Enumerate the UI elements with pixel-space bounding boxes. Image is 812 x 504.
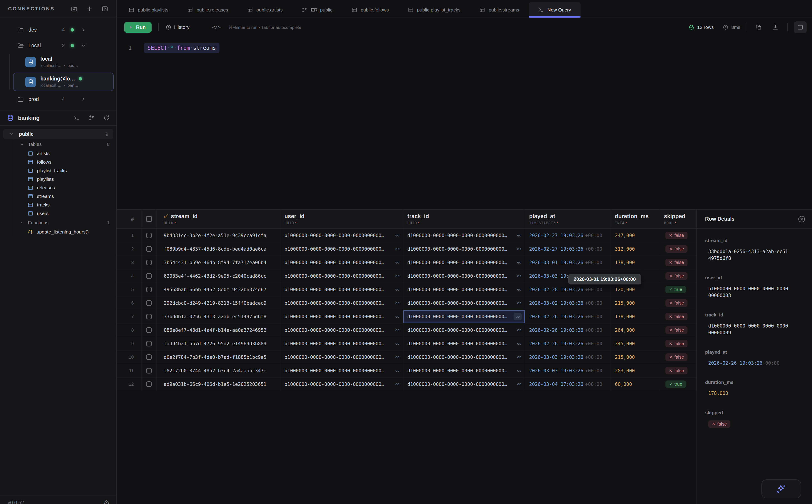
cell-user-id[interactable]: b1000000-0000-0000-0000-0000000000… — [280, 229, 403, 242]
row-number[interactable]: 11 — [117, 364, 142, 377]
cell-track-id[interactable]: d1000000-0000-0000-0000-0000000000… — [403, 337, 525, 350]
cell-stream-id[interactable]: 9b4331cc-3b2e-4f2e-a51e-9c39cca91cfa — [156, 229, 280, 242]
link-icon[interactable] — [395, 341, 400, 346]
sidebar-table-follows[interactable]: follows — [0, 158, 116, 166]
link-icon[interactable] — [517, 382, 522, 387]
cell-track-id[interactable]: d1000000-0000-0000-0000-0000000000… — [403, 269, 525, 283]
row-number[interactable]: 2 — [117, 242, 142, 256]
cell-user-id[interactable]: b1000000-0000-0000-0000-0000000000… — [280, 269, 403, 283]
cell-duration-ms[interactable]: 215,000 — [611, 351, 660, 364]
cell-duration-ms[interactable]: 312,000 — [611, 242, 660, 256]
sidebar-table-artists[interactable]: artists — [0, 149, 116, 158]
link-icon[interactable] — [517, 287, 522, 292]
gear-icon[interactable]: ⚙ — [103, 499, 110, 504]
row-checkbox[interactable] — [146, 354, 152, 360]
cell-stream-id[interactable]: 33bddb1a-0256-4313-a2ab-ec514975d6f8 — [156, 310, 280, 323]
cell-track-id[interactable]: d1000000-0000-0000-0000-0000000000… — [403, 378, 525, 391]
folder-local[interactable]: Local 2 — [0, 40, 116, 51]
row-checkbox[interactable] — [146, 314, 152, 319]
column-header-duration_ms[interactable]: duration_msINT4* — [611, 210, 660, 228]
cell-duration-ms[interactable]: 178,000 — [611, 256, 660, 269]
link-icon[interactable] — [395, 274, 400, 279]
row-checkbox[interactable] — [146, 246, 152, 252]
row-checkbox[interactable] — [146, 273, 152, 279]
link-icon[interactable] — [517, 355, 522, 360]
link-icon[interactable] — [395, 314, 400, 319]
column-header-skipped[interactable]: skippedBOOL* — [660, 210, 697, 228]
cell-played-at[interactable]: 2026-03-03 19:03:26+00:00 — [525, 351, 611, 364]
cell-track-id[interactable]: d1000000-0000-0000-0000-0000000000… — [403, 242, 525, 256]
link-icon[interactable] — [517, 233, 522, 238]
row-checkbox[interactable] — [146, 300, 152, 306]
cell-played-at[interactable]: 2026-03-04 07:03:26+00:00 — [525, 378, 611, 391]
sql-editor[interactable]: 1 SELECT·*·from·streams — [117, 37, 812, 209]
row-checkbox[interactable] — [146, 341, 152, 346]
column-header-user_id[interactable]: user_idUUID* — [280, 210, 403, 228]
link-icon[interactable] — [395, 368, 400, 373]
cell-stream-id[interactable]: 62033e4f-4462-43d2-9e95-c2040cad86cc — [156, 269, 280, 283]
cell-duration-ms[interactable]: 264,000 — [611, 323, 660, 337]
link-icon[interactable] — [395, 382, 400, 387]
link-icon[interactable] — [395, 328, 400, 333]
cell-skipped[interactable]: ✕false — [660, 310, 697, 323]
cell-played-at[interactable]: 2026-02-26 19:03:26+00:00 — [525, 323, 611, 337]
row-number[interactable]: 9 — [117, 337, 142, 350]
cell-played-at[interactable]: 2026-03-02 19:03:26+00:00 — [525, 296, 611, 310]
cell-duration-ms[interactable]: 283,000 — [611, 364, 660, 377]
tab-public-follows[interactable]: public.follows — [342, 2, 398, 18]
tab-public-artists[interactable]: public.artists — [238, 2, 292, 18]
sidebar-table-streams[interactable]: streams — [0, 192, 116, 201]
cell-user-id[interactable]: b1000000-0000-0000-0000-0000000000… — [280, 364, 403, 377]
close-icon[interactable] — [798, 215, 806, 223]
link-icon[interactable] — [395, 233, 400, 238]
cell-stream-id[interactable]: 086e8ef7-48d1-4a4f-b14e-aa0a37246952 — [156, 323, 280, 337]
sidebar-function-0[interactable]: {}update_listening_hours() — [0, 228, 116, 236]
cell-skipped[interactable]: ✓true — [660, 283, 697, 296]
cell-played-at[interactable]: 2026-02-26 19:03:26+00:00 — [525, 310, 611, 323]
cell-duration-ms[interactable]: 215,000 — [611, 296, 660, 310]
row-checkbox[interactable] — [146, 233, 152, 238]
link-icon[interactable] — [395, 287, 400, 292]
cell-user-id[interactable]: b1000000-0000-0000-0000-0000000000… — [280, 351, 403, 364]
er-diagram-icon[interactable] — [88, 115, 95, 121]
refresh-icon[interactable] — [103, 115, 110, 121]
tab-public-releases[interactable]: public.releases — [178, 2, 237, 18]
sidebar-table-releases[interactable]: releases — [0, 183, 116, 192]
cell-stream-id[interactable]: f82172b0-3744-4852-b3c4-2a4aaa5c347e — [156, 364, 280, 377]
toggle-details-panel-button[interactable] — [794, 21, 807, 33]
link-icon[interactable] — [517, 301, 522, 306]
cell-user-id[interactable]: b1000000-0000-0000-0000-0000000000… — [280, 256, 403, 269]
link-icon[interactable] — [395, 260, 400, 265]
cell-track-id[interactable]: d1000000-0000-0000-0000-0000000000… — [403, 323, 525, 337]
sidebar-table-playlist_tracks[interactable]: playlist_tracks — [0, 166, 116, 175]
row-checkbox[interactable] — [146, 260, 152, 265]
tab-public-streams[interactable]: public.streams — [470, 2, 529, 18]
cell-skipped[interactable]: ✕false — [660, 229, 697, 242]
cell-track-id[interactable]: d1000000-0000-0000-0000-0000000000… — [403, 229, 525, 242]
folder-prod[interactable]: prod 4 — [0, 93, 116, 105]
select-all-checkbox[interactable] — [146, 216, 152, 222]
copy-results-button[interactable] — [753, 22, 764, 33]
row-number[interactable]: 1 — [117, 229, 142, 242]
cell-user-id[interactable]: b1000000-0000-0000-0000-0000000000… — [280, 378, 403, 391]
link-icon[interactable] — [517, 341, 522, 346]
cell-track-id[interactable]: d1000000-0000-0000-0000-0000000000… — [403, 256, 525, 269]
cell-played-at[interactable]: 2026-03-01 19:03:26+00:00 — [525, 256, 611, 269]
sql-console-icon[interactable] — [74, 115, 80, 121]
link-icon[interactable] — [517, 247, 522, 252]
cell-skipped[interactable]: ✕false — [660, 337, 697, 350]
sql-statement[interactable]: SELECT·*·from·streams — [144, 43, 219, 53]
cell-stream-id[interactable]: 292dcbc0-d249-4219-8313-15ff0badcec9 — [156, 296, 280, 310]
row-checkbox[interactable] — [146, 287, 152, 292]
cell-stream-id[interactable]: ad9a031b-66c9-406d-b1e5-1e2025203651 — [156, 378, 280, 391]
cell-played-at[interactable]: 2026-03-03 19:03:26+00:00 — [525, 364, 611, 377]
sidebar-table-users[interactable]: users — [0, 209, 116, 218]
cell-user-id[interactable]: b1000000-0000-0000-0000-0000000000… — [280, 242, 403, 256]
row-number[interactable]: 10 — [117, 351, 142, 364]
cell-track-id[interactable]: d1000000-0000-0000-0000-0000000000… — [403, 296, 525, 310]
link-icon[interactable] — [517, 274, 522, 279]
row-number[interactable]: 5 — [117, 283, 142, 296]
cell-stream-id[interactable]: d0e2f784-7b3f-4de0-b7ad-f1885b1bc9e5 — [156, 351, 280, 364]
row-checkbox[interactable] — [146, 368, 152, 373]
collapse-sidebar-icon[interactable] — [101, 5, 108, 12]
